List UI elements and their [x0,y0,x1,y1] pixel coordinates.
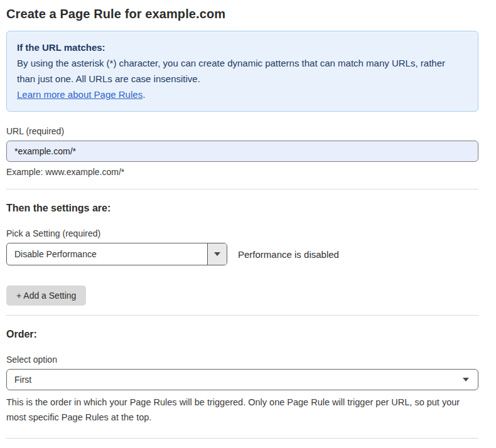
add-setting-button[interactable]: + Add a Setting [6,285,86,306]
page-title: Create a Page Rule for example.com [6,7,478,21]
setting-select[interactable]: Disable Performance [6,243,227,265]
link-suffix: . [143,89,145,100]
setting-picker-label: Pick a Setting (required) [6,228,478,238]
order-section-heading: Order: [6,329,478,340]
order-select-value: First [14,375,463,385]
setting-status-text: Performance is disabled [238,249,339,260]
divider [6,189,478,189]
divider [6,438,478,439]
order-select[interactable]: First [6,369,478,390]
order-select-label: Select option [6,355,478,365]
info-box-body: By using the asterisk (*) character, you… [17,55,464,87]
settings-section-heading: Then the settings are: [6,203,478,214]
info-box-heading: If the URL matches: [17,40,468,55]
learn-more-link[interactable]: Learn more about Page Rules [17,89,143,100]
url-match-info-box: If the URL matches: By using the asteris… [6,31,478,112]
url-field-label: URL (required) [6,126,478,136]
divider [6,315,478,316]
info-box-link-line: Learn more about Page Rules. [17,87,468,102]
create-page-rule-panel: Create a Page Rule for example.com If th… [6,0,478,448]
setting-select-arrow-button[interactable] [207,243,227,265]
chevron-down-icon [214,252,220,256]
setting-row: Disable Performance Performance is disab… [6,243,478,265]
order-help-text: This is the order in which your Page Rul… [6,395,474,425]
setting-select-value: Disable Performance [7,243,207,265]
chevron-down-icon [463,378,469,381]
url-example-text: Example: www.example.com/* [6,167,478,177]
url-input[interactable] [6,141,478,162]
